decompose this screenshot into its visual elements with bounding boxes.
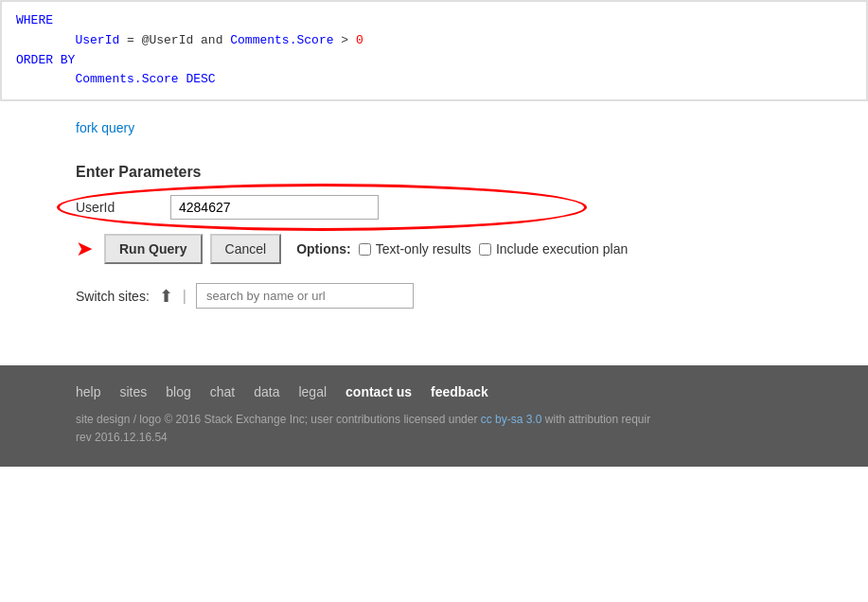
text-only-checkbox[interactable] [359, 243, 371, 256]
comments-score-var: Comments.Score [230, 33, 333, 47]
red-arrow-icon: ➤ [76, 239, 93, 259]
footer-link-contact[interactable]: contact us [345, 384, 412, 399]
zero-value: 0 [356, 33, 363, 47]
fork-query-section: fork query [0, 101, 868, 145]
search-input[interactable] [196, 283, 414, 309]
footer-rev: rev 2016.12.16.54 [76, 431, 168, 444]
comments-score-desc: Comments.Score [75, 72, 178, 86]
parameters-title: Enter Parameters [76, 164, 792, 181]
footer-link-data[interactable]: data [254, 384, 279, 399]
execution-plan-label: Include execution plan [496, 241, 628, 257]
parameter-row-userid: UserId [76, 195, 792, 220]
footer-link-blog[interactable]: blog [166, 384, 190, 399]
switch-sites-row: Switch sites: ⬆ | [76, 283, 792, 309]
divider-pipe: | [183, 288, 186, 305]
switch-icon: ⬆ [159, 286, 173, 307]
execution-plan-option: Include execution plan [479, 241, 628, 257]
footer-link-help[interactable]: help [76, 384, 100, 399]
userid-label: UserId [76, 200, 170, 215]
run-query-button[interactable]: Run Query [104, 234, 203, 264]
code-block-container: WHERE UserId = @UserId and Comments.Scor… [0, 0, 868, 101]
footer-with-text: with attribution requir [541, 413, 650, 426]
userid-var: UserId [75, 33, 119, 47]
sql-code: WHERE UserId = @UserId and Comments.Scor… [1, 1, 867, 100]
footer-link-chat[interactable]: chat [210, 384, 235, 399]
footer-link-sites[interactable]: sites [119, 384, 147, 399]
fork-query-link[interactable]: fork query [76, 120, 134, 135]
where-keyword: WHERE [16, 13, 53, 27]
switch-sites-label: Switch sites: [76, 289, 150, 304]
footer-link-feedback[interactable]: feedback [431, 384, 488, 399]
orderby-keyword: ORDER BY [16, 53, 75, 67]
actions-row: ➤ Run Query Cancel Options: Text-only re… [76, 234, 792, 264]
main-content: WHERE UserId = @UserId and Comments.Scor… [0, 0, 868, 346]
parameters-section: Enter Parameters UserId ➤ Run Query Canc… [0, 145, 868, 328]
footer: help sites blog chat data legal contact … [0, 365, 868, 466]
footer-links: help sites blog chat data legal contact … [76, 384, 792, 399]
execution-plan-checkbox[interactable] [479, 243, 491, 256]
footer-license-link[interactable]: cc by-sa 3.0 [481, 413, 542, 426]
footer-link-legal[interactable]: legal [298, 384, 327, 399]
cancel-button[interactable]: Cancel [210, 234, 282, 264]
userid-input[interactable] [170, 195, 379, 220]
text-only-label: Text-only results [376, 241, 471, 257]
desc-keyword: DESC [186, 72, 215, 86]
footer-bottom: site design / logo © 2016 Stack Exchange… [76, 411, 792, 447]
footer-copyright: site design / logo © 2016 Stack Exchange… [76, 413, 481, 426]
text-only-option: Text-only results [359, 241, 471, 257]
options-label: Options: [296, 241, 351, 257]
